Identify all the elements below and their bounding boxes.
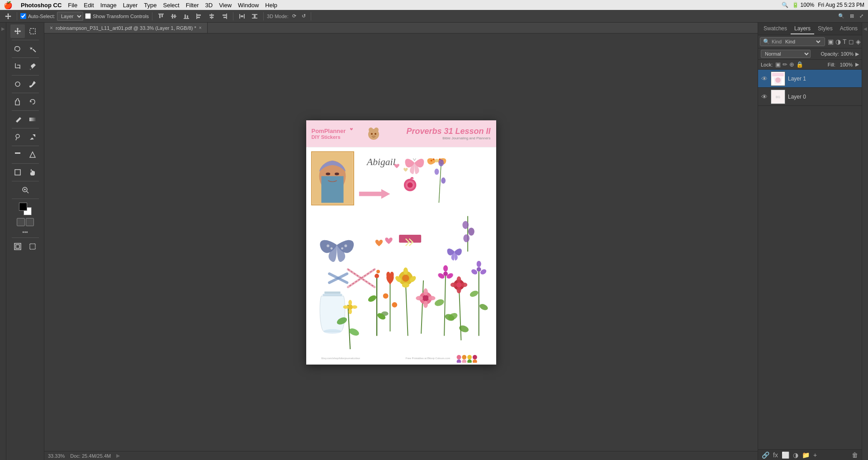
left-collapse-bar[interactable]: ▶ [0, 23, 6, 460]
menu-layer[interactable]: Layer [123, 2, 138, 9]
3d-rotate-btn[interactable]: ⟳ [290, 12, 298, 20]
right-collapse-bar[interactable]: ◀ [862, 23, 868, 460]
opacity-arrow[interactable]: ▶ [855, 51, 859, 57]
search-btn[interactable]: 🔍 [836, 12, 846, 20]
auto-select-dropdown[interactable]: Layer [57, 12, 83, 21]
tool-separator-3 [12, 75, 39, 76]
history-tool[interactable] [25, 95, 40, 109]
document-tab[interactable]: × robinsampson_P31_L11_art01.pdf @ 33.3%… [44, 23, 208, 33]
layer-visibility-0[interactable]: 👁 [761, 75, 768, 82]
menu-select[interactable]: Select [163, 2, 179, 9]
dodge-tool[interactable] [10, 130, 25, 144]
new-group-btn[interactable]: 📁 [802, 451, 810, 459]
marquee-tool[interactable] [25, 24, 40, 38]
menu-image[interactable]: Image [100, 2, 117, 9]
align-right-btn[interactable] [219, 12, 230, 21]
blend-mode-select[interactable]: Normal Dissolve Multiply Screen Overlay [761, 50, 811, 58]
delete-layer-btn[interactable]: 🗑 [852, 451, 858, 459]
screen-mode-icon[interactable] [26, 218, 34, 226]
frame-tool[interactable] [10, 240, 25, 253]
svg-point-115 [443, 265, 448, 271]
pen-tool[interactable] [25, 130, 40, 144]
eraser-tool[interactable] [10, 113, 25, 126]
svg-point-61 [327, 244, 329, 247]
kind-dropdown[interactable]: Kind Name Effect Mode Attribute Color Sm… [783, 38, 822, 45]
tab-close-btn[interactable]: × [199, 25, 202, 30]
kind-search-box[interactable]: 🔍 Kind Kind Name Effect Mode Attribute C… [760, 37, 825, 46]
dist-btn-1[interactable] [237, 12, 247, 21]
clone-tool[interactable] [10, 95, 25, 109]
add-mask-btn[interactable]: ⬜ [782, 451, 789, 459]
align-bottom-btn[interactable] [181, 12, 192, 21]
hand-tool[interactable] [25, 166, 40, 179]
opacity-value[interactable]: 100% [841, 51, 854, 57]
gradient-tool[interactable] [25, 113, 40, 126]
align-vcenter-btn[interactable] [168, 12, 179, 21]
show-transform-checkbox[interactable]: Show Transform Controls [85, 13, 149, 19]
fill-arrow[interactable]: ▶ [855, 62, 859, 67]
menu-view[interactable]: View [219, 2, 232, 9]
lock-pixels-icon[interactable]: ▣ [775, 61, 781, 68]
zoom-tool[interactable] [18, 183, 33, 197]
tab-styles[interactable]: Styles [814, 24, 836, 34]
canvas-content[interactable]: PomPlanner DIY Stickers [44, 33, 758, 451]
svg-point-50 [430, 160, 432, 161]
new-layer-btn[interactable]: + [813, 451, 817, 459]
crop-tool[interactable] [10, 60, 25, 73]
show-transform-input[interactable] [85, 13, 91, 19]
svg-point-67 [462, 221, 469, 229]
expand-btn[interactable]: ⤢ [858, 12, 865, 20]
eyedropper-tool[interactable] [25, 60, 40, 73]
lock-artboard-icon[interactable]: ⊕ [789, 61, 794, 68]
healing-tool[interactable] [10, 77, 25, 91]
fill-value[interactable]: 100% [840, 62, 853, 67]
align-left-btn[interactable] [194, 12, 204, 21]
tab-layers[interactable]: Layers [791, 24, 814, 34]
apple-icon[interactable]: 🍎 [4, 1, 13, 9]
mask-icon[interactable] [17, 218, 25, 226]
auto-select-checkbox[interactable]: Auto-Select: [20, 13, 55, 19]
show-transform-label: Show Transform Controls [93, 14, 149, 19]
tab-swatches[interactable]: Swatches [760, 24, 791, 34]
layer-item-0[interactable]: 👁 Layer 1 [758, 70, 862, 88]
menu-help[interactable]: Help [265, 2, 277, 9]
adjust-filter-icon[interactable]: ◑ [835, 38, 841, 45]
menu-3d[interactable]: 3D [205, 2, 213, 9]
menu-file[interactable]: File [68, 2, 77, 9]
layer-visibility-1[interactable]: 👁 [761, 93, 768, 100]
more-tools-btn[interactable]: ••• [22, 229, 28, 236]
layer-item-1[interactable]: 👁 BG Layer 0 [758, 88, 862, 106]
foreground-bg-colors[interactable] [19, 203, 32, 215]
auto-select-input[interactable] [20, 13, 26, 19]
menu-type[interactable]: Type [144, 2, 157, 9]
magic-wand-tool[interactable] [25, 42, 40, 56]
smart-filter-icon[interactable]: ◈ [856, 38, 861, 45]
align-hcenter-btn[interactable] [206, 12, 217, 21]
3d-roll-btn[interactable]: ↺ [300, 12, 308, 20]
artboard-tool[interactable] [25, 240, 40, 253]
menu-edit[interactable]: Edit [84, 2, 94, 9]
adjustment-btn[interactable]: ◑ [793, 451, 798, 459]
path-select-tool[interactable] [25, 148, 40, 161]
pixel-filter-icon[interactable]: ▣ [828, 38, 834, 45]
tab-actions[interactable]: Actions [836, 24, 861, 34]
type-filter-icon[interactable]: T [843, 38, 847, 45]
header-title-line2: DIY Stickers [312, 134, 346, 140]
arrange-btn[interactable]: ⊞ [848, 12, 856, 20]
menu-filter[interactable]: Filter [186, 2, 199, 9]
shape-filter-icon[interactable]: ◻ [849, 38, 854, 45]
foreground-color[interactable] [19, 203, 27, 211]
move-tool-btn[interactable] [3, 12, 14, 21]
link-layers-btn[interactable]: 🔗 [762, 451, 769, 459]
dist-btn-2[interactable] [249, 12, 260, 21]
lasso-tool[interactable] [10, 42, 25, 56]
add-style-btn[interactable]: fx [773, 451, 778, 459]
rectangle-tool[interactable] [10, 166, 25, 179]
menu-window[interactable]: Window [238, 2, 259, 9]
align-top-btn[interactable] [156, 12, 166, 21]
lock-all-icon[interactable]: 🔒 [796, 61, 803, 68]
lock-position-icon[interactable]: ✏ [783, 61, 787, 68]
brush-tool[interactable] [25, 77, 40, 91]
move-tool[interactable] [10, 24, 25, 38]
type-tool[interactable] [10, 148, 25, 161]
